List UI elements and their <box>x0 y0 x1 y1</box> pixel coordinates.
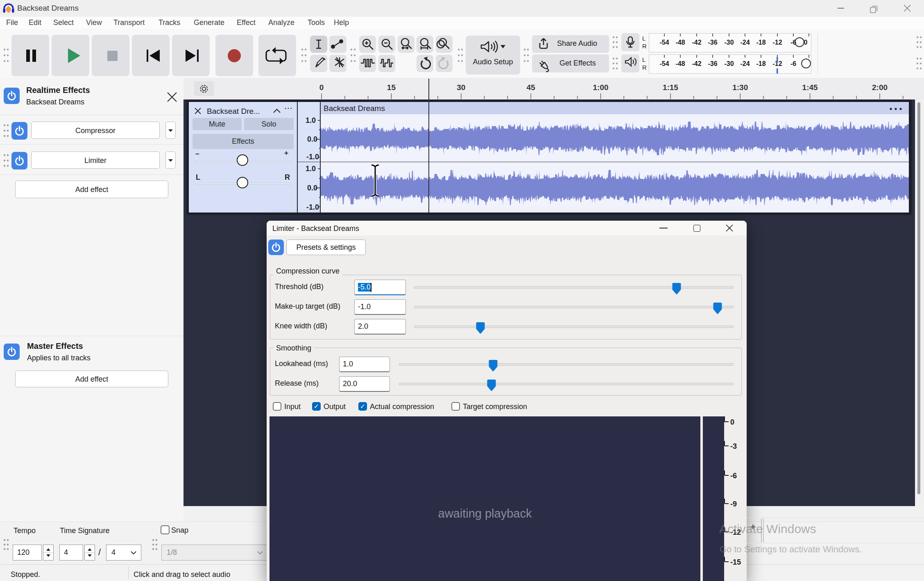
svg-text:2:00: 2:00 <box>872 83 888 92</box>
svg-text:-6: -6 <box>730 472 737 480</box>
svg-text:0: 0 <box>319 83 324 92</box>
svg-text:0: 0 <box>730 418 734 426</box>
svg-text:-3: -3 <box>730 442 737 450</box>
svg-text:1:45: 1:45 <box>802 83 818 92</box>
svg-text:45: 45 <box>527 83 536 92</box>
svg-text:30: 30 <box>457 83 465 92</box>
svg-text:1:00: 1:00 <box>593 83 608 92</box>
svg-text:-9: -9 <box>730 500 737 508</box>
svg-text:15: 15 <box>387 83 396 92</box>
svg-text:1:15: 1:15 <box>663 83 678 92</box>
svg-text:-15: -15 <box>730 558 741 566</box>
svg-text:1:30: 1:30 <box>732 83 748 92</box>
